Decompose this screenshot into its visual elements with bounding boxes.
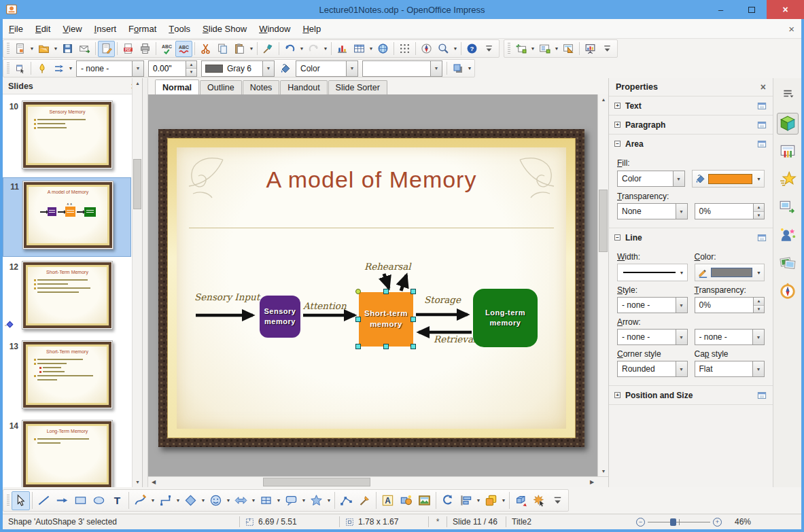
tab-outline[interactable]: Outline [200, 80, 242, 94]
navigator-button[interactable] [418, 41, 435, 57]
block-arrows-button[interactable] [232, 491, 250, 510]
selection-handle-top-right[interactable] [410, 289, 416, 294]
collapse-icon[interactable]: − [614, 141, 621, 147]
paste-button[interactable] [231, 41, 248, 57]
open-button[interactable] [35, 41, 52, 57]
new-dropdown[interactable]: ▼ [29, 41, 35, 57]
table-dropdown[interactable]: ▼ [368, 41, 374, 57]
fill-type-select[interactable]: Color▼ [617, 171, 685, 187]
cut-button[interactable] [197, 41, 214, 57]
export-pdf-button[interactable]: PDF [120, 41, 137, 57]
toolbar-grip[interactable] [7, 63, 10, 75]
zoom-out-button[interactable]: − [636, 518, 645, 527]
undo-dropdown[interactable]: ▼ [298, 41, 305, 57]
flowchart-dropdown[interactable]: ▼ [275, 493, 282, 509]
line-width-input[interactable]: 0.00" ▲▼ [148, 60, 197, 77]
help-button[interactable]: ? [464, 41, 480, 57]
menu-edit[interactable]: Edit [29, 19, 56, 38]
new-slide-dropdown[interactable]: ▼ [529, 41, 536, 57]
arrow-button[interactable] [53, 491, 71, 510]
copy-button[interactable] [214, 41, 231, 57]
fill-color-button[interactable]: ▼ [692, 170, 765, 188]
line-color-select[interactable]: Gray 6▼ [201, 60, 275, 77]
corner-style-select[interactable]: Rounded▼ [617, 361, 688, 377]
gallery-button[interactable] [415, 491, 434, 510]
arrow-style-dropdown[interactable]: ▼ [67, 60, 74, 77]
toolbar-overflow-dropdown[interactable]: ▼ [466, 60, 473, 77]
maximize-button[interactable] [736, 0, 767, 19]
line-dialog-button[interactable] [33, 60, 50, 77]
label-storage[interactable]: Storage [424, 294, 461, 305]
menu-help[interactable]: Help [296, 19, 327, 38]
dialog-launcher-icon[interactable] [756, 120, 767, 130]
paste-dropdown[interactable]: ▼ [248, 41, 255, 57]
menu-tools[interactable]: Tools [162, 19, 196, 38]
thumbnail-frame[interactable]: Short-Term Memory [22, 261, 113, 330]
overflow-button[interactable] [480, 41, 497, 57]
menu-slide-show[interactable]: Slide Show [196, 19, 253, 38]
zoom-button[interactable] [435, 41, 452, 57]
line-transparency-input[interactable]: 0% ▲▼ [695, 297, 765, 313]
section-line-label[interactable]: Line [625, 233, 642, 243]
scrollbar-thumb[interactable] [133, 159, 141, 209]
fill-color-select[interactable]: ▼ [362, 60, 442, 77]
line-width-button[interactable]: ▼ [617, 264, 688, 281]
spin-up[interactable]: ▲ [754, 298, 764, 306]
curve-button[interactable] [131, 491, 150, 510]
box-short-term-memory[interactable]: Short-term memory [359, 292, 413, 347]
block-arrows-dropdown[interactable]: ▼ [250, 493, 257, 509]
transparency-value-input[interactable]: 0% ▲▼ [695, 203, 765, 219]
dialog-launcher-icon[interactable] [756, 101, 767, 111]
transparency-type-select[interactable]: None▼ [617, 203, 688, 219]
tab-normal[interactable]: Normal [155, 79, 199, 94]
glue-points-button[interactable] [355, 491, 374, 510]
select-button[interactable] [12, 491, 30, 510]
thumbnail-frame[interactable]: A model of Memory∧∧ [22, 181, 113, 249]
slide-title[interactable]: A model of Memory [177, 166, 566, 193]
scroll-up-button[interactable]: ▲ [133, 78, 143, 88]
selection-handle-mid-right[interactable] [410, 317, 416, 322]
label-sensory-input[interactable]: Sensory Input [194, 291, 260, 302]
shadow-button[interactable] [449, 60, 466, 77]
line-color-button[interactable]: ▼ [695, 264, 765, 281]
section-area-label[interactable]: Area [625, 139, 644, 149]
scroll-right-button[interactable]: ▶ [587, 477, 597, 487]
properties-close-button[interactable]: × [761, 82, 766, 92]
zoom-level[interactable]: 46% [726, 517, 756, 527]
canvas-horizontal-scrollbar[interactable]: ◀ ▶ [148, 476, 608, 487]
menu-insert[interactable]: Insert [88, 19, 123, 38]
new-button[interactable] [12, 41, 29, 57]
spin-down[interactable]: ▼ [754, 306, 764, 313]
toolbar-grip[interactable] [508, 43, 510, 55]
callouts-dropdown[interactable]: ▼ [300, 493, 307, 509]
table-button[interactable] [351, 41, 368, 57]
curve-dropdown[interactable]: ▼ [150, 493, 156, 509]
menu-format[interactable]: Format [122, 19, 162, 38]
selection-handle-bottom-left[interactable] [355, 344, 361, 349]
symbol-shapes-button[interactable] [207, 491, 225, 510]
grid-button[interactable] [396, 41, 413, 57]
fill-type-select[interactable]: Color▼ [296, 60, 358, 77]
edit-points-button[interactable] [337, 491, 355, 510]
slides-panel-scrollbar[interactable]: ▲ ▼ [132, 78, 142, 487]
sidebar-tab-custom-animation[interactable] [777, 169, 799, 190]
dialog-launcher-icon[interactable] [756, 139, 767, 149]
sidebar-tab-effects[interactable] [777, 224, 799, 246]
line-button[interactable] [35, 491, 53, 510]
slide-layout-dropdown[interactable]: ▼ [553, 41, 560, 57]
slide-thumbnail-10[interactable]: 10Sensory Memory [3, 98, 131, 176]
tab-notes[interactable]: Notes [243, 80, 280, 94]
extrusion-button[interactable] [512, 491, 530, 510]
sidebar-tab-gallery[interactable] [777, 252, 799, 274]
save-button[interactable] [59, 41, 76, 57]
expand-icon[interactable]: + [614, 103, 621, 109]
sidebar-tab-master-pages[interactable] [777, 141, 799, 162]
cap-style-select[interactable]: Flat▼ [695, 361, 765, 377]
panel-splitter[interactable] [143, 78, 148, 487]
label-rehearsal[interactable]: Rehearsal [364, 261, 411, 272]
arrange-button[interactable] [482, 491, 500, 510]
zoom-slider[interactable] [648, 518, 710, 527]
line-width-dropdown[interactable]: ▼ [680, 270, 684, 275]
canvas-vertical-scrollbar[interactable]: ▲ ▼ [597, 94, 608, 476]
fontwork-button[interactable]: A [379, 491, 397, 510]
